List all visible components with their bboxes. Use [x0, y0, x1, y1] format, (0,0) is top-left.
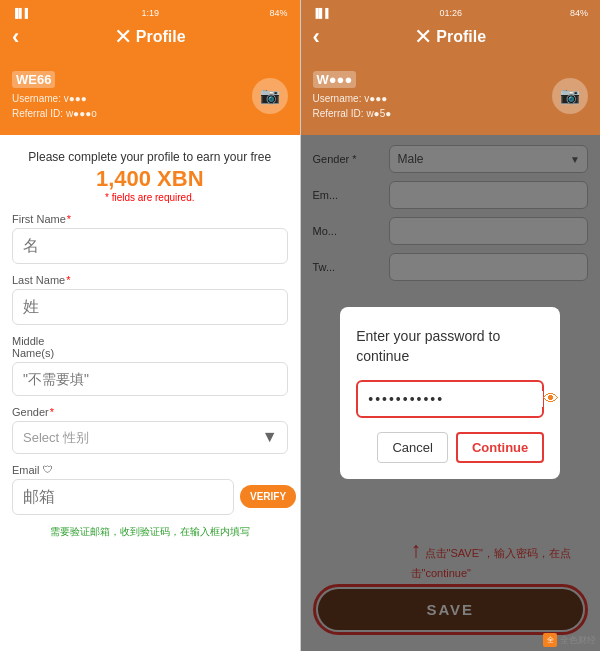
watermark-icon: 全 — [543, 633, 557, 647]
left-camera-button[interactable]: 📷 — [252, 78, 288, 114]
right-page-title: Profile — [436, 28, 486, 46]
left-battery: 84% — [269, 8, 287, 18]
left-back-button[interactable]: ‹ — [12, 24, 19, 50]
dialog-overlay: Enter your password to continue 👁 Cancel… — [301, 135, 601, 651]
middle-name-group: MiddleName(s) — [12, 335, 288, 396]
gender-label: Gender * — [12, 406, 288, 418]
right-username-mask: W●●● — [313, 71, 357, 88]
left-annotation-bottom: 需要验证邮箱，收到验证码，在输入框内填写 — [12, 525, 288, 539]
right-battery: 84% — [570, 8, 588, 18]
right-referral-line: Referral ID: w●5● — [313, 106, 392, 121]
left-form-body: Please complete your profile to earn you… — [0, 135, 300, 651]
gender-select-wrapper: Select 性别 Male Female ▼ — [12, 421, 288, 454]
earn-text: Please complete your profile to earn you… — [12, 149, 288, 166]
left-page-title: Profile — [136, 28, 186, 46]
right-username-line: Username: v●●● — [313, 91, 392, 106]
email-label: Email 🛡 — [12, 464, 288, 476]
email-shield-icon: 🛡 — [43, 464, 53, 475]
left-user-details: WE66 Username: v●●● Referral ID: w●●●o — [12, 70, 97, 121]
last-name-star: * — [66, 274, 70, 286]
right-form-body: Gender * Male Female ▼ Em... Mo... Tw... — [301, 135, 601, 651]
first-name-star: * — [67, 213, 71, 225]
left-username-mask: WE66 — [12, 71, 55, 88]
left-panel: ▐▌▌ 1:19 84% ‹ ✕ Profile WE66 Username: … — [0, 0, 300, 651]
dialog-continue-button[interactable]: Continue — [456, 432, 544, 463]
middle-name-input[interactable] — [12, 362, 288, 396]
watermark: 全 全色财经 — [543, 633, 596, 647]
right-panel: ▐▌▌ 01:26 84% ‹ ✕ Profile W●●● Username:… — [301, 0, 601, 651]
middle-name-label: MiddleName(s) — [12, 335, 288, 359]
right-user-details: W●●● Username: v●●● Referral ID: w●5● — [313, 70, 392, 121]
dialog-title: Enter your password to continue — [356, 327, 544, 366]
first-name-label: First Name * — [12, 213, 288, 225]
dialog-password-wrapper: 👁 — [356, 380, 544, 418]
required-note: * fields are required. — [12, 192, 288, 203]
last-name-input[interactable] — [12, 289, 288, 325]
watermark-text: 全色财经 — [560, 634, 596, 647]
password-eye-icon[interactable]: 👁 — [543, 390, 559, 408]
left-logo-icon: ✕ — [114, 24, 132, 50]
email-input-wrapper: VERIFY — [12, 479, 288, 515]
left-referral-line: Referral ID: w●●●o — [12, 106, 97, 121]
right-user-info: W●●● Username: v●●● Referral ID: w●5● 📷 — [301, 62, 601, 135]
first-name-group: First Name * — [12, 213, 288, 264]
password-dialog: Enter your password to continue 👁 Cancel… — [340, 307, 560, 479]
last-name-label: Last Name * — [12, 274, 288, 286]
right-signal: ▐▌▌ — [313, 8, 332, 18]
dialog-buttons: Cancel Continue — [356, 432, 544, 463]
left-header-nav: ‹ ✕ Profile — [12, 24, 288, 50]
earn-banner: Please complete your profile to earn you… — [12, 149, 288, 203]
last-name-group: Last Name * — [12, 274, 288, 325]
first-name-input[interactable] — [12, 228, 288, 264]
right-time: 01:26 — [440, 8, 463, 18]
right-header-nav: ‹ ✕ Profile — [313, 24, 589, 50]
left-signal: ▐▌▌ — [12, 8, 31, 18]
gender-select[interactable]: Select 性别 Male Female — [12, 421, 288, 454]
email-group: Email 🛡 VERIFY — [12, 464, 288, 515]
right-status-bar: ▐▌▌ 01:26 84% — [313, 8, 589, 18]
earn-amount: 1,400 XBN — [12, 166, 288, 192]
verify-button[interactable]: VERIFY — [240, 485, 296, 508]
right-camera-button[interactable]: 📷 — [552, 78, 588, 114]
left-user-info: WE66 Username: v●●● Referral ID: w●●●o 📷 — [0, 62, 300, 135]
left-status-bar: ▐▌▌ 1:19 84% — [12, 8, 288, 18]
left-time: 1:19 — [142, 8, 160, 18]
gender-star: * — [50, 406, 54, 418]
email-input[interactable] — [12, 479, 234, 515]
left-username-line: Username: v●●● — [12, 91, 97, 106]
gender-group: Gender * Select 性别 Male Female ▼ — [12, 406, 288, 454]
dialog-cancel-button[interactable]: Cancel — [377, 432, 447, 463]
right-back-button[interactable]: ‹ — [313, 24, 320, 50]
right-logo-icon: ✕ — [414, 24, 432, 50]
dialog-password-input[interactable] — [368, 391, 543, 407]
